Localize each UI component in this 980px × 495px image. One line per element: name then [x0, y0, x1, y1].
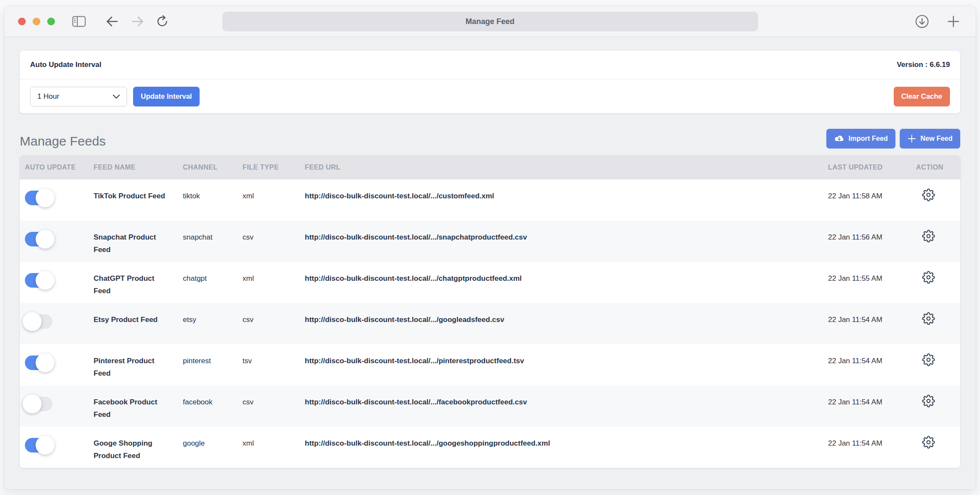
toggle-knob: [36, 353, 55, 372]
feed-channel: etsy: [183, 313, 243, 338]
page-title: Manage Feed: [465, 17, 514, 26]
feeds-table: AUTO UPDATE FEED NAME CHANNEL FILE TYPE …: [20, 155, 960, 468]
column-header-channel: CHANNEL: [183, 164, 243, 171]
settings-gear-icon[interactable]: [922, 353, 935, 366]
auto-update-toggle[interactable]: [25, 314, 52, 329]
traffic-lights: [18, 18, 55, 25]
address-bar[interactable]: Manage Feed: [222, 12, 758, 31]
settings-gear-icon[interactable]: [922, 436, 935, 449]
settings-gear-icon[interactable]: [922, 271, 935, 284]
minimize-window-button[interactable]: [33, 18, 40, 25]
zoom-window-button[interactable]: [47, 18, 55, 25]
feed-file-type: xml: [243, 190, 305, 215]
feed-name: Facebook Product Feed: [94, 396, 183, 421]
browser-toolbar: Manage Feed: [4, 6, 976, 37]
column-header-file-type: FILE TYPE: [243, 164, 305, 171]
feed-name: ChatGPT Product Feed: [94, 272, 183, 297]
table-body: TikTok Product Feed tiktok xml http://di…: [20, 179, 960, 468]
table-row: Facebook Product Feed facebook csv http:…: [20, 386, 960, 427]
browser-window: Manage Feed Auto Update Interval Versi: [4, 6, 976, 489]
feed-channel: chatgpt: [183, 272, 243, 297]
settings-gear-icon[interactable]: [922, 230, 935, 243]
new-feed-button[interactable]: New Feed: [900, 129, 960, 149]
cloud-download-icon: [834, 135, 844, 143]
feed-file-type: xml: [243, 437, 305, 462]
feed-channel: snapchat: [183, 231, 243, 256]
toggle-knob: [36, 271, 55, 290]
auto-update-toggle[interactable]: [25, 438, 52, 452]
feed-file-type: xml: [243, 272, 305, 297]
toggle-knob: [23, 312, 42, 331]
toggle-knob: [36, 188, 55, 207]
column-header-feed-name: FEED NAME: [94, 164, 183, 171]
chevron-down-icon: [113, 94, 120, 99]
feed-url: http://disco-bulk-discount-test.local/..…: [305, 396, 828, 421]
auto-update-interval-title: Auto Update Interval: [30, 61, 101, 69]
table-row: Etsy Product Feed etsy csv http://disco-…: [20, 303, 960, 344]
settings-gear-icon[interactable]: [922, 395, 935, 407]
feed-name: Googe Shopping Product Feed: [94, 437, 183, 462]
auto-update-toggle[interactable]: [25, 355, 52, 370]
column-header-feed-url: FEED URL: [305, 164, 828, 171]
reload-icon[interactable]: [156, 15, 168, 28]
feed-file-type: csv: [243, 396, 305, 421]
feed-url: http://disco-bulk-discount-test.local/..…: [305, 355, 828, 380]
column-header-action: ACTION: [916, 164, 960, 171]
feed-name: Pinterest Product Feed: [94, 355, 183, 380]
forward-icon[interactable]: [131, 16, 144, 27]
sidebar-toggle-icon[interactable]: [72, 16, 86, 27]
feed-url: http://disco-bulk-discount-test.local/..…: [305, 231, 828, 256]
auto-update-interval-card: Auto Update Interval Version : 6.6.19 1 …: [20, 51, 960, 113]
feed-name: TikTok Product Feed: [94, 190, 183, 215]
feed-channel: facebook: [183, 396, 243, 421]
feed-name: Etsy Product Feed: [94, 313, 183, 338]
import-feed-button[interactable]: Import Feed: [826, 129, 896, 149]
table-row: ChatGPT Product Feed chatgpt xml http://…: [20, 262, 960, 303]
clear-cache-button[interactable]: Clear Cache: [894, 87, 950, 106]
back-icon[interactable]: [106, 16, 118, 27]
feed-file-type: csv: [243, 313, 305, 338]
feed-name: Snapchat Product Feed: [94, 231, 183, 256]
feed-channel: tiktok: [183, 190, 243, 215]
update-interval-button[interactable]: Update Interval: [133, 87, 200, 106]
close-window-button[interactable]: [18, 18, 26, 25]
toggle-knob: [23, 395, 42, 413]
interval-select[interactable]: 1 Hour: [30, 87, 127, 106]
feed-file-type: tsv: [243, 355, 305, 380]
auto-update-toggle[interactable]: [25, 273, 52, 288]
table-row: TikTok Product Feed tiktok xml http://di…: [20, 179, 960, 221]
settings-gear-icon[interactable]: [922, 188, 935, 201]
manage-feeds-title: Manage Feeds: [20, 134, 106, 149]
new-tab-icon[interactable]: [947, 15, 960, 28]
feed-last-updated: 22 Jan 11:54 AM: [828, 396, 916, 421]
feed-last-updated: 22 Jan 11:58 AM: [828, 190, 916, 215]
plus-icon: [907, 134, 916, 143]
column-header-last-updated: LAST UPDATED: [828, 164, 916, 171]
column-header-auto-update: AUTO UPDATE: [25, 164, 94, 171]
auto-update-toggle[interactable]: [25, 397, 52, 411]
feed-channel: google: [183, 437, 243, 462]
feed-last-updated: 22 Jan 11:54 AM: [828, 313, 916, 338]
version-label: Version : 6.6.19: [897, 61, 950, 69]
table-header-row: AUTO UPDATE FEED NAME CHANNEL FILE TYPE …: [20, 155, 960, 179]
feed-last-updated: 22 Jan 11:54 AM: [828, 355, 916, 380]
feed-last-updated: 22 Jan 11:56 AM: [828, 231, 916, 256]
settings-gear-icon[interactable]: [922, 312, 935, 325]
toggle-knob: [36, 230, 55, 249]
feed-url: http://disco-bulk-discount-test.local/..…: [305, 313, 828, 338]
interval-selected-value: 1 Hour: [37, 92, 59, 101]
feed-file-type: csv: [243, 231, 305, 256]
auto-update-toggle[interactable]: [25, 191, 52, 205]
feed-url: http://disco-bulk-discount-test.local/..…: [305, 437, 828, 462]
feed-url: http://disco-bulk-discount-test.local/..…: [305, 190, 828, 215]
feed-channel: pinterest: [183, 355, 243, 380]
auto-update-toggle[interactable]: [25, 232, 52, 246]
table-row: Snapchat Product Feed snapchat csv http:…: [20, 221, 960, 262]
table-row: Pinterest Product Feed pinterest tsv htt…: [20, 344, 960, 386]
feed-last-updated: 22 Jan 11:55 AM: [828, 272, 916, 297]
feed-url: http://disco-bulk-discount-test.local/..…: [305, 272, 828, 297]
toggle-knob: [36, 436, 55, 455]
table-row: Googe Shopping Product Feed google xml h…: [20, 427, 960, 468]
downloads-icon[interactable]: [915, 14, 929, 29]
feed-last-updated: 22 Jan 11:54 AM: [828, 437, 916, 462]
